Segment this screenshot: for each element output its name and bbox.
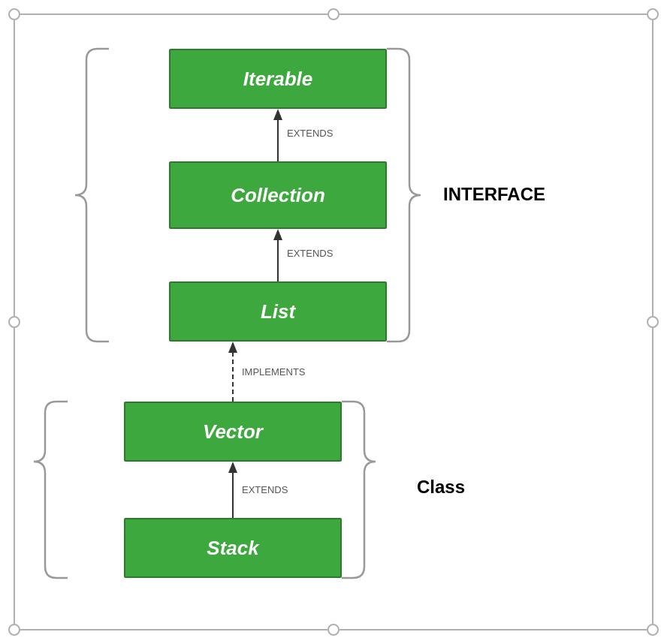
extends-label-3: EXTENDS — [242, 484, 288, 495]
corner-circle-rm — [647, 316, 659, 328]
stack-box: Stack — [124, 518, 342, 578]
class-label: Class — [417, 477, 465, 498]
corner-circle-lm — [8, 316, 20, 328]
corner-circle-br — [647, 624, 659, 636]
interface-label: INTERFACE — [443, 184, 545, 205]
implements-label: IMPLEMENTS — [242, 366, 306, 378]
diagram-container: Iterable Collection List Vector Stack EX… — [0, 0, 667, 644]
corner-circle-bm — [327, 624, 340, 636]
corner-circle-tm — [327, 8, 340, 20]
stack-label: Stack — [207, 537, 258, 560]
iterable-box: Iterable — [169, 49, 387, 109]
vector-label: Vector — [203, 420, 263, 444]
extends-label-2: EXTENDS — [287, 248, 333, 259]
extends-label-1: EXTENDS — [287, 128, 333, 139]
iterable-label: Iterable — [243, 68, 313, 91]
collection-label: Collection — [231, 184, 325, 207]
corner-circle-bl — [8, 624, 20, 636]
list-label: List — [261, 300, 295, 324]
corner-circle-tr — [647, 8, 659, 20]
list-box: List — [169, 281, 387, 342]
collection-box: Collection — [169, 161, 387, 229]
vector-box: Vector — [124, 402, 342, 462]
corner-circle-tl — [8, 8, 20, 20]
